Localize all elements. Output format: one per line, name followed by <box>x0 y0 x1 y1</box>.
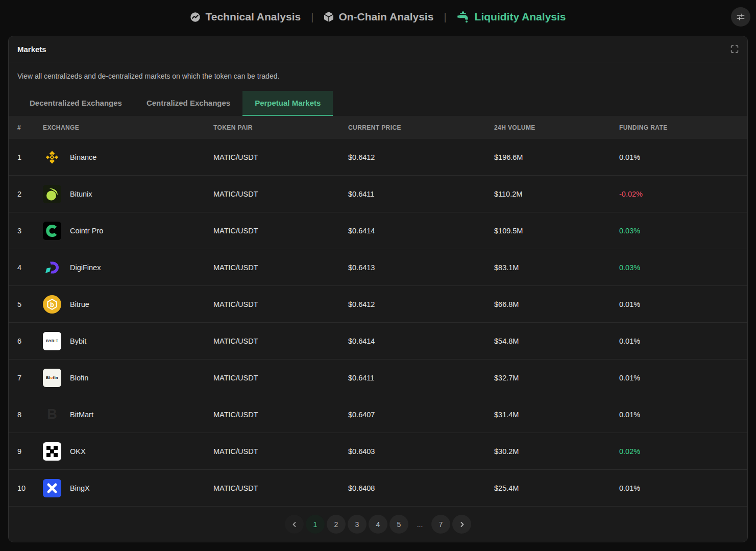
chevron-left-icon <box>290 520 299 529</box>
markets-card: Markets View all centralizeds and de-cen… <box>8 36 748 542</box>
nav-liquidity-analysis[interactable]: Liquidity Analysis <box>457 10 566 23</box>
volume-cell: $31.4M <box>494 411 619 419</box>
pie-chart-icon <box>190 12 201 22</box>
rank-cell: 7 <box>17 374 43 382</box>
pagination-ellipsis: ... <box>410 515 429 534</box>
token-pair-cell: MATIC/USDT <box>213 190 348 198</box>
page-button-1[interactable]: 1 <box>306 515 325 534</box>
column-header-price: CURRENT PRICE <box>348 124 494 131</box>
pagination-next-button[interactable] <box>452 515 471 534</box>
column-header-token-pair: TOKEN PAIR <box>213 124 348 131</box>
exchange-name: Blofin <box>70 374 88 382</box>
current-price-cell: $0.6407 <box>348 411 494 419</box>
volume-cell: $110.2M <box>494 190 619 198</box>
bybit-logo-icon: BYB!T <box>43 332 61 350</box>
table-body: 1 Binance MATIC/USDT $0.6412 $196.6M 0.0… <box>9 139 747 507</box>
funding-rate-cell: -0.02% <box>619 190 739 198</box>
volume-cell: $54.8M <box>494 337 619 345</box>
page-button-2[interactable]: 2 <box>327 515 346 534</box>
table-row[interactable]: 2 Bitunix MATIC/USDT $0.6411 $110.2M -0.… <box>9 176 747 212</box>
exchange-cell: Cointr Pro <box>43 222 213 240</box>
table-row[interactable]: 8 B BitMart MATIC/USDT $0.6407 $31.4M 0.… <box>9 396 747 433</box>
volume-cell: $30.2M <box>494 447 619 456</box>
nav-label: Technical Analysis <box>205 11 301 23</box>
digifinex-logo-icon <box>43 258 61 277</box>
token-pair-cell: MATIC/USDT <box>213 447 348 456</box>
token-pair-cell: MATIC/USDT <box>213 153 348 161</box>
pagination-prev-button[interactable] <box>285 515 304 534</box>
exchange-name: Bitunix <box>70 190 92 198</box>
column-header-volume: 24H VOLUME <box>494 124 619 131</box>
funding-rate-cell: 0.01% <box>619 153 739 161</box>
nav-label: On-Chain Analysis <box>338 11 433 23</box>
blofin-logo-icon: Blofin <box>43 369 61 387</box>
rank-cell: 6 <box>17 337 43 345</box>
table-row[interactable]: 10 BingX MATIC/USDT $0.6408 $25.4M 0.01% <box>9 470 747 507</box>
exchange-name: BingX <box>70 484 90 492</box>
exchange-cell: DigiFinex <box>43 258 213 277</box>
volume-cell: $25.4M <box>494 484 619 492</box>
nav-separator: | <box>311 11 313 23</box>
funding-rate-cell: 0.03% <box>619 227 739 235</box>
page-button-5[interactable]: 5 <box>389 515 408 534</box>
nav-label: Liquidity Analysis <box>475 11 566 23</box>
exchange-name: DigiFinex <box>70 263 101 272</box>
market-tabs: Decentralized Exchanges Centralized Exch… <box>9 91 747 116</box>
exchange-cell: b Bitrue <box>43 295 213 314</box>
column-header-exchange: EXCHANGE <box>43 124 213 131</box>
rank-cell: 10 <box>17 484 43 492</box>
column-header-funding: FUNDING RATE <box>619 124 739 131</box>
cube-icon <box>324 11 334 22</box>
exchange-cell: Blofin Blofin <box>43 369 213 387</box>
page-button-7[interactable]: 7 <box>431 515 450 534</box>
current-price-cell: $0.6414 <box>348 227 494 235</box>
tab-centralized-exchanges[interactable]: Centralized Exchanges <box>134 91 242 116</box>
bitmart-logo-icon: B <box>43 405 61 424</box>
pagination-pages: 12345...7 <box>306 515 450 534</box>
table-header-row: # EXCHANGE TOKEN PAIR CURRENT PRICE 24H … <box>9 116 747 139</box>
funding-rate-cell: 0.01% <box>619 337 739 345</box>
funding-rate-cell: 0.02% <box>619 447 739 456</box>
pagination: 12345...7 <box>9 515 747 534</box>
markets-card-header: Markets <box>9 36 747 62</box>
token-pair-cell: MATIC/USDT <box>213 263 348 272</box>
nav-technical-analysis[interactable]: Technical Analysis <box>190 11 301 23</box>
exchange-cell: BYB!T Bybit <box>43 332 213 350</box>
okx-logo-icon <box>43 442 61 461</box>
page-button-3[interactable]: 3 <box>348 515 367 534</box>
exchange-cell: Binance <box>43 148 213 166</box>
exchange-name: Binance <box>70 153 96 161</box>
tab-perpetual-markets[interactable]: Perpetual Markets <box>242 91 333 116</box>
table-row[interactable]: 1 Binance MATIC/USDT $0.6412 $196.6M 0.0… <box>9 139 747 176</box>
volume-cell: $32.7M <box>494 374 619 382</box>
table-row[interactable]: 5 b Bitrue MATIC/USDT $0.6412 $66.8M 0.0… <box>9 286 747 323</box>
current-price-cell: $0.6412 <box>348 300 494 308</box>
rank-cell: 3 <box>17 227 43 235</box>
table-row[interactable]: 6 BYB!T Bybit MATIC/USDT $0.6414 $54.8M … <box>9 323 747 360</box>
funding-rate-cell: 0.03% <box>619 263 739 272</box>
tab-decentralized-exchanges[interactable]: Decentralized Exchanges <box>17 91 134 116</box>
current-price-cell: $0.6411 <box>348 374 494 382</box>
table-row[interactable]: 3 Cointr Pro MATIC/USDT $0.6414 $109.5M … <box>9 212 747 249</box>
expand-button[interactable] <box>730 45 739 53</box>
current-price-cell: $0.6413 <box>348 263 494 272</box>
column-header-rank: # <box>17 124 43 131</box>
current-price-cell: $0.6408 <box>348 484 494 492</box>
token-pair-cell: MATIC/USDT <box>213 337 348 345</box>
rank-cell: 8 <box>17 411 43 419</box>
rank-cell: 1 <box>17 153 43 161</box>
current-price-cell: $0.6414 <box>348 337 494 345</box>
exchange-name: Bitrue <box>70 300 89 308</box>
exchange-name: Cointr Pro <box>70 227 103 235</box>
current-price-cell: $0.6412 <box>348 153 494 161</box>
table-row[interactable]: 4 DigiFinex MATIC/USDT $0.6413 $83.1M 0.… <box>9 249 747 286</box>
funding-rate-cell: 0.01% <box>619 300 739 308</box>
page-button-4[interactable]: 4 <box>369 515 387 534</box>
rank-cell: 2 <box>17 190 43 198</box>
table-row[interactable]: 7 Blofin Blofin MATIC/USDT $0.6411 $32.7… <box>9 360 747 396</box>
token-pair-cell: MATIC/USDT <box>213 484 348 492</box>
svg-text:b: b <box>50 300 54 308</box>
nav-onchain-analysis[interactable]: On-Chain Analysis <box>324 11 433 23</box>
table-row[interactable]: 9 OKX MATIC/USDT $0.6403 $30.2M 0.02% <box>9 433 747 470</box>
settings-button[interactable] <box>731 7 750 27</box>
